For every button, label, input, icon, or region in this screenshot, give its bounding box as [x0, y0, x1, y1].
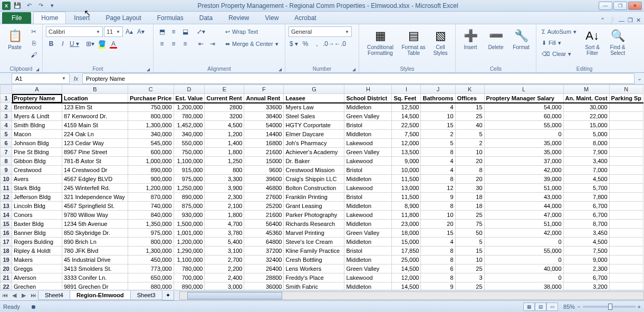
cell[interactable] — [609, 184, 643, 193]
cell[interactable]: 38,000 — [484, 282, 563, 290]
cell[interactable]: 3333 Conifer Ln. — [62, 273, 128, 282]
increase-font-icon[interactable]: A▴ — [124, 26, 134, 37]
cell[interactable]: 890 Brich Ln — [62, 238, 128, 247]
cell[interactable]: Craig's Shippin LLC — [284, 175, 344, 184]
save-icon[interactable]: 💾 — [13, 1, 22, 11]
cell[interactable]: 740,000 — [128, 202, 174, 211]
cell[interactable]: 30,000 — [563, 103, 609, 112]
cell[interactable]: 0 — [484, 256, 563, 264]
header-cell[interactable]: Proptery Manager Salary — [484, 94, 563, 103]
number-format-combo[interactable]: General▼ — [289, 26, 352, 37]
cell[interactable]: Lincoln Bldg — [12, 202, 62, 211]
cell[interactable]: 60,000 — [484, 112, 563, 121]
cell[interactable]: 4 — [421, 103, 455, 112]
cell[interactable]: 9 — [421, 282, 455, 290]
cell[interactable]: HGTY Corportate — [284, 121, 344, 130]
cell[interactable]: 700,000 — [174, 273, 205, 282]
cell[interactable]: 10,000 — [392, 166, 421, 175]
cell[interactable]: Bristol — [344, 247, 392, 256]
cell[interactable]: 6,700 — [563, 211, 609, 220]
cell[interactable]: 123 Cedar Way — [62, 139, 128, 148]
cell[interactable]: 875,000 — [174, 202, 205, 211]
cell[interactable]: 3,400 — [563, 157, 609, 166]
alignment-dialog-icon[interactable]: ◢ — [278, 67, 282, 72]
cell[interactable]: 4,500 — [563, 238, 609, 247]
cell[interactable]: 35,000 — [484, 139, 563, 148]
cell[interactable]: Franklin Printing — [284, 193, 344, 202]
align-left-icon[interactable]: ≡ — [157, 39, 167, 49]
autosum-button[interactable]: ΣAutoSum ▾ — [540, 26, 579, 37]
cell[interactable]: 1,300,000 — [128, 247, 174, 256]
close-button[interactable]: ✕ — [628, 2, 642, 10]
header-cell[interactable]: An. Maint. Cost — [563, 94, 609, 103]
cell[interactable]: 7,500 — [563, 247, 609, 256]
cell[interactable] — [609, 166, 643, 175]
workbook-close-icon[interactable]: ✕ — [636, 17, 641, 24]
cell[interactable]: 545,000 — [128, 139, 174, 148]
cell[interactable]: 55,000 — [484, 247, 563, 256]
cell[interactable]: Conors — [12, 211, 62, 220]
cell[interactable]: 3,780 — [205, 229, 244, 238]
fx-icon[interactable]: fx — [70, 75, 82, 82]
row-header[interactable]: 6 — [1, 139, 12, 148]
cell[interactable]: 36000 — [244, 282, 284, 290]
row-header[interactable]: 2 — [1, 103, 12, 112]
cell[interactable]: 10 — [421, 112, 455, 121]
cell[interactable]: Rogers Bulding — [12, 238, 62, 247]
cell[interactable]: 7,900 — [563, 148, 609, 157]
cell[interactable]: 22,500 — [392, 121, 421, 130]
zoom-slider-thumb[interactable] — [608, 304, 612, 310]
cell[interactable] — [609, 193, 643, 202]
cell[interactable]: 30 — [455, 184, 484, 193]
cell[interactable]: Green Valley — [344, 112, 392, 121]
cell[interactable]: 9,000 — [392, 157, 421, 166]
header-cell[interactable]: Parking Sp — [609, 94, 643, 103]
cell[interactable]: Steve's Ice Cream — [284, 238, 344, 247]
font-color-button[interactable]: A — [108, 39, 119, 49]
header-cell[interactable]: Sq. Feet — [392, 94, 421, 103]
cell[interactable]: 2,700 — [205, 256, 244, 264]
cell[interactable]: 780 JFK Blvd — [62, 247, 128, 256]
column-header[interactable]: H — [344, 85, 392, 94]
cell[interactable]: 15 — [455, 103, 484, 112]
column-header[interactable]: J — [421, 85, 455, 94]
tab-view[interactable]: View — [257, 12, 287, 24]
cell[interactable]: 1,000,000 — [128, 157, 174, 166]
cell[interactable]: 1,452,000 — [174, 121, 205, 130]
cell[interactable]: 35,000 — [484, 148, 563, 157]
cell[interactable]: Lakewood — [344, 139, 392, 148]
cell[interactable]: 15 — [421, 121, 455, 130]
cell[interactable]: 3,300 — [205, 175, 244, 184]
page-break-view-button[interactable]: ▭ — [546, 302, 558, 311]
cell[interactable]: Middleton — [344, 238, 392, 247]
cell[interactable]: 1,250 — [205, 157, 244, 166]
tab-file[interactable]: File — [2, 12, 31, 24]
cell[interactable] — [609, 121, 643, 130]
cell[interactable]: 900,000 — [128, 175, 174, 184]
row-header[interactable]: 14 — [1, 211, 12, 220]
cell[interactable]: 21600 — [244, 148, 284, 157]
cell[interactable]: 6,700 — [563, 202, 609, 211]
header-cell[interactable]: Current Rent — [205, 94, 244, 103]
cell[interactable]: 1,250,000 — [174, 184, 205, 193]
cell[interactable]: 340,000 — [174, 130, 205, 139]
cell[interactable]: Ripley & Holdt — [12, 247, 62, 256]
cell[interactable]: 880,000 — [128, 282, 174, 290]
cell[interactable]: 930,000 — [174, 211, 205, 220]
header-cell[interactable]: Bathrooms — [421, 94, 455, 103]
cell[interactable]: 14,500 — [392, 112, 421, 121]
cell[interactable]: Baxter Bldg — [12, 220, 62, 229]
tab-home[interactable]: Home — [33, 12, 66, 24]
cell[interactable]: 18 — [455, 193, 484, 202]
tab-acrobat[interactable]: Acrobat — [286, 12, 324, 24]
cell[interactable]: 4567 Springfield St. — [62, 202, 128, 211]
cell[interactable]: 23,000 — [392, 220, 421, 229]
column-header[interactable]: M — [563, 85, 609, 94]
cell[interactable]: 7,500 — [392, 130, 421, 139]
cell[interactable]: 245 Winterfell Rd. — [62, 184, 128, 193]
cell[interactable]: Stark Bldg — [12, 184, 62, 193]
cell[interactable]: 3413 Smolders St. — [62, 264, 128, 273]
cell[interactable] — [609, 157, 643, 166]
cell[interactable]: 840,000 — [128, 211, 174, 220]
cell[interactable]: 40 — [455, 121, 484, 130]
